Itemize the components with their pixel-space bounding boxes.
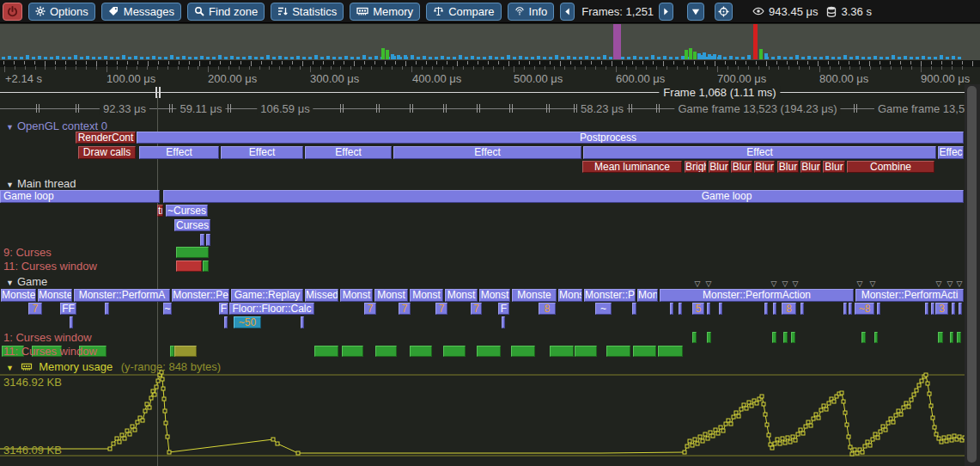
zone-bar[interactable]: Blur xyxy=(823,161,845,173)
zone-bar[interactable] xyxy=(707,303,710,315)
frame-histogram-strip[interactable] xyxy=(0,24,980,60)
zone-bar[interactable]: ~ xyxy=(595,303,612,315)
section-header[interactable]: ▼OpenGL context 0 xyxy=(6,120,107,132)
collapse-arrow-icon[interactable]: ▼ xyxy=(6,279,14,287)
zone-bar[interactable] xyxy=(773,303,776,315)
zone-bar[interactable]: Game loop xyxy=(163,190,964,203)
subframe-label[interactable]: 59.11 μs xyxy=(176,102,225,115)
zone-bar[interactable]: Effect xyxy=(139,146,219,159)
messages-button[interactable]: Messages xyxy=(101,3,181,21)
zone-bar[interactable] xyxy=(477,346,501,357)
zone-bar[interactable] xyxy=(849,303,852,315)
zone-bar[interactable] xyxy=(959,303,962,315)
zone-bar[interactable] xyxy=(670,303,673,315)
zone-bar[interactable]: Game::Replay xyxy=(231,289,303,302)
compare-button[interactable]: Compare xyxy=(426,3,501,21)
info-button[interactable]: Info xyxy=(508,3,555,21)
memory-section-header[interactable]: ▼ Memory usage (y-range: 848 bytes) xyxy=(6,360,221,373)
zone-bar[interactable]: Monst xyxy=(374,289,408,302)
zone-bar[interactable]: Curses xyxy=(174,219,210,231)
zone-bar[interactable] xyxy=(550,346,574,357)
subframe-label[interactable]: 106.59 μs xyxy=(257,102,313,115)
zone-bar[interactable]: 8 xyxy=(539,303,556,315)
section-header[interactable]: ▼Game xyxy=(6,275,47,288)
zone-bar[interactable] xyxy=(200,234,204,246)
zone-bar[interactable]: 5 xyxy=(692,303,704,315)
zone-bar[interactable]: RenderCont xyxy=(76,132,136,144)
zone-bar[interactable] xyxy=(658,346,683,357)
collapse-arrow-icon[interactable]: ▼ xyxy=(6,181,14,189)
vertical-scrollbar[interactable] xyxy=(965,84,980,466)
zone-bar[interactable]: Monster::Pe xyxy=(172,289,229,302)
zone-bar[interactable]: Effect xyxy=(393,146,581,159)
zone-bar[interactable] xyxy=(314,346,338,357)
zone-bar[interactable] xyxy=(70,316,73,328)
zone-bar[interactable]: 3 xyxy=(935,303,948,315)
section-header[interactable]: ▼Main thread xyxy=(6,177,76,190)
zone-bar[interactable]: Postprocess xyxy=(137,132,964,144)
zone-bar[interactable]: Blur xyxy=(754,161,775,173)
frame-set-dropdown-button[interactable] xyxy=(687,3,704,21)
zone-bar[interactable] xyxy=(843,303,847,315)
zone-bar[interactable] xyxy=(938,332,943,343)
zone-bar[interactable] xyxy=(511,346,535,357)
zone-bar[interactable]: F xyxy=(498,303,509,315)
zone-bar[interactable]: Effect xyxy=(305,146,392,159)
zone-bar[interactable]: F xyxy=(219,303,228,315)
options-button[interactable]: Options xyxy=(28,3,95,21)
zone-bar[interactable]: Floor::Floor::Calc xyxy=(229,303,314,315)
next-frame-button[interactable] xyxy=(659,3,673,21)
zone-bar[interactable]: Draw calls xyxy=(78,146,136,159)
zone-bar[interactable] xyxy=(679,303,682,315)
zone-bar[interactable]: Monst xyxy=(445,289,478,302)
zone-bar[interactable]: Combine xyxy=(847,161,934,173)
zone-bar[interactable]: Monster::PerformAction xyxy=(660,289,854,302)
statistics-button[interactable]: Statistics xyxy=(271,3,344,21)
zone-bar[interactable] xyxy=(502,316,505,328)
subframe-label[interactable]: Game frame 13,523 (194.23 μs) xyxy=(674,102,840,115)
memory-button[interactable]: Memory xyxy=(350,3,420,21)
find-zone-button[interactable]: Find zone xyxy=(187,3,265,21)
zone-bar[interactable]: Blur xyxy=(777,161,799,173)
zone-bar[interactable] xyxy=(952,303,955,315)
zone-bar[interactable]: FF xyxy=(60,303,76,315)
zone-bar[interactable] xyxy=(861,332,866,343)
zone-bar[interactable]: ~ xyxy=(163,303,172,315)
subframe-label[interactable]: 58.23 μs xyxy=(577,102,627,115)
zone-bar[interactable]: 7 xyxy=(364,303,376,315)
scrollbar-thumb[interactable] xyxy=(967,86,977,463)
zone-bar[interactable] xyxy=(575,346,597,357)
zone-bar[interactable] xyxy=(931,303,934,315)
prev-frame-button[interactable] xyxy=(560,3,575,21)
zone-bar[interactable]: Mean luminance xyxy=(582,161,682,173)
zone-bar[interactable]: Missed xyxy=(305,289,338,302)
zone-bar[interactable] xyxy=(877,303,880,315)
collapse-arrow-icon[interactable]: ▼ xyxy=(6,123,14,132)
zone-bar[interactable]: Mons xyxy=(558,289,582,302)
zone-bar[interactable]: 7 xyxy=(28,303,42,315)
zone-bar[interactable] xyxy=(783,332,788,343)
zone-bar[interactable]: Monster::Pe xyxy=(584,289,636,302)
zone-bar[interactable] xyxy=(950,332,953,343)
zone-bar[interactable] xyxy=(105,303,109,315)
zone-bar[interactable]: ~8 xyxy=(855,303,874,315)
zone-bar[interactable]: Blur xyxy=(800,161,821,173)
zone-bar[interactable]: Monst xyxy=(479,289,510,302)
zone-bar[interactable] xyxy=(957,332,961,343)
zone-bar[interactable] xyxy=(176,247,209,258)
zone-bar[interactable] xyxy=(410,346,432,357)
zone-bar[interactable] xyxy=(342,346,363,357)
zone-bar[interactable] xyxy=(606,346,630,357)
zone-bar[interactable]: 7 xyxy=(435,303,447,315)
zone-bar[interactable]: tı xyxy=(157,205,163,217)
zone-bar[interactable] xyxy=(633,346,656,357)
zone-bar[interactable]: 7 xyxy=(471,303,482,315)
zone-bar[interactable] xyxy=(375,346,397,357)
zone-bar[interactable]: Monste xyxy=(512,289,557,302)
zone-bar[interactable]: ~50 xyxy=(234,316,261,328)
zone-bar[interactable] xyxy=(800,303,804,315)
zone-bar[interactable]: Effect xyxy=(583,146,936,159)
zone-bar[interactable] xyxy=(206,234,210,246)
zone-bar[interactable] xyxy=(772,332,776,343)
zone-bar[interactable]: ~Curses xyxy=(166,205,208,217)
